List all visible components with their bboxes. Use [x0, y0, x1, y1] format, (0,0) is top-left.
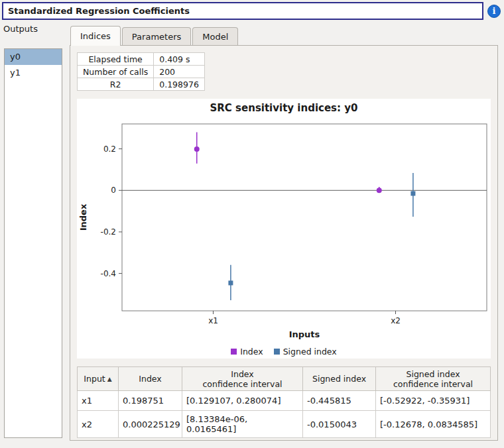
legend-item-index: Index: [231, 347, 263, 357]
results-cell: [-0.12678, 0.0834585]: [376, 411, 491, 438]
results-header-1[interactable]: Index: [119, 367, 182, 391]
stat-value: 0.409 s: [154, 53, 205, 66]
results-cell: [0.129107, 0.280074]: [182, 391, 303, 411]
legend-label-signed-index: Signed index: [283, 347, 337, 357]
outputs-label: Outputs: [3, 24, 38, 34]
stat-label: Number of calls: [78, 66, 154, 78]
svg-text:x2: x2: [391, 316, 401, 325]
stats-table: Elapsed time0.409 sNumber of calls200R20…: [77, 52, 205, 91]
results-header-3[interactable]: Signed index: [303, 367, 376, 391]
results-cell: [-0.52922, -0.35931]: [376, 391, 491, 411]
info-icon[interactable]: i: [487, 5, 501, 18]
app-window: Standardized Regression Coefficients i O…: [0, 0, 504, 448]
svg-text:-0.2: -0.2: [101, 227, 116, 237]
index-legend-swatch-icon: [231, 349, 237, 355]
legend-item-signed-index: Signed index: [274, 347, 337, 357]
title-bar: Standardized Regression Coefficients i: [2, 2, 501, 20]
results-header-2[interactable]: Index confidence interval: [182, 367, 303, 391]
results-cell: -0.445815: [303, 391, 376, 411]
tab-bar: IndicesParametersModel: [70, 26, 239, 46]
results-header-4[interactable]: Signed index confidence interval: [376, 367, 491, 391]
chart-title: SRC sensitivity indices: y0: [77, 99, 491, 116]
stats-row: R20.198976: [78, 78, 205, 91]
tab-parameters[interactable]: Parameters: [122, 27, 191, 45]
chart-legend: Index Signed index: [77, 344, 491, 359]
svg-text:-0.4: -0.4: [101, 269, 116, 278]
results-cell: 0.000225129: [119, 411, 182, 438]
tab-model[interactable]: Model: [192, 27, 238, 45]
tab-pane-indices: Elapsed time0.409 sNumber of calls200R20…: [70, 45, 498, 441]
svg-text:0.2: 0.2: [103, 144, 116, 154]
sort-ascending-icon: ▲: [107, 376, 112, 382]
results-cell: 0.198751: [119, 391, 182, 411]
chart: SRC sensitivity indices: y0 0.20-0.2-0.4…: [77, 99, 491, 359]
stat-value: 0.198976: [154, 78, 205, 91]
results-header-row: Input▲IndexIndex confidence intervalSign…: [78, 367, 491, 391]
svg-text:x1: x1: [208, 316, 218, 325]
stat-label: R2: [78, 78, 154, 91]
outputs-list: y0y1: [4, 48, 62, 438]
output-item-y0[interactable]: y0: [5, 49, 62, 65]
tabs-region: IndicesParametersModel Elapsed time0.409…: [70, 24, 501, 443]
stats-row: Number of calls200: [78, 66, 205, 78]
results-cell: [8.13384e-06, 0.0165461]: [182, 411, 303, 438]
main-area: Outputs y0y1 IndicesParametersModel Elap…: [2, 24, 502, 445]
plot-canvas: 0.20-0.2-0.4x1x2IndexInputs: [77, 116, 491, 344]
stat-label: Elapsed time: [78, 53, 154, 66]
results-row-x1: x10.198751[0.129107, 0.280074]-0.445815[…: [78, 391, 491, 411]
tab-indices[interactable]: Indices: [70, 26, 121, 46]
page-title: Standardized Regression Coefficients: [2, 2, 483, 20]
stat-value: 200: [154, 66, 205, 78]
results-cell: x2: [78, 411, 119, 438]
signed-index-legend-swatch-icon: [274, 349, 280, 355]
results-row-x2: x20.000225129[8.13384e-06, 0.0165461]-0.…: [78, 411, 491, 438]
legend-label-index: Index: [240, 347, 263, 357]
output-item-y1[interactable]: y1: [5, 65, 62, 81]
svg-text:Index: Index: [78, 203, 88, 231]
results-table: Input▲IndexIndex confidence intervalSign…: [77, 366, 491, 438]
svg-text:Inputs: Inputs: [289, 329, 320, 339]
results-header-0[interactable]: Input▲: [78, 367, 119, 391]
results-cell: x1: [78, 391, 119, 411]
results-cell: -0.0150043: [303, 411, 376, 438]
stats-row: Elapsed time0.409 s: [78, 53, 205, 66]
svg-text:0: 0: [111, 186, 116, 195]
